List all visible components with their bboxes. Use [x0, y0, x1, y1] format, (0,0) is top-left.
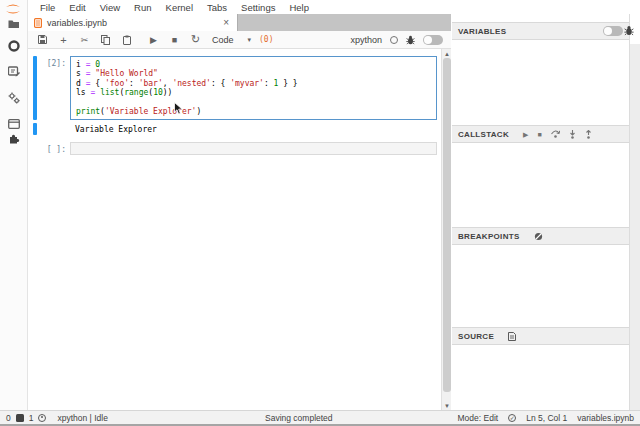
notebook-scrollbar[interactable]: ▲ ▼ — [441, 49, 451, 410]
empty-prompt: [ ]: — [37, 142, 70, 155]
statusbar-filename: variables.ipynb — [577, 413, 634, 423]
code-line: s = "Hello World" — [76, 69, 431, 78]
kernels-count: 1 — [29, 413, 34, 423]
source-panel-body — [452, 345, 629, 409]
jupyterlab-window: FileEditViewRunKernelTabsSettingsHelp — [0, 0, 640, 426]
menu-settings[interactable]: Settings — [234, 2, 282, 13]
code-editor[interactable]: i = 0s = "Hello World"d = { 'foo': 'bar'… — [70, 56, 437, 120]
code-cell-1[interactable]: [2]: i = 0s = "Hello World"d = { 'foo': … — [28, 56, 451, 120]
open-source-icon[interactable] — [508, 332, 516, 341]
menu-file[interactable]: File — [33, 2, 62, 13]
notebook-content: [2]: i = 0s = "Hello World"d = { 'foo': … — [28, 49, 451, 410]
menu-view[interactable]: View — [93, 2, 127, 13]
menu-run[interactable]: Run — [127, 2, 158, 13]
callstack-title: CALLSTACK — [458, 130, 509, 139]
tab-bar: variables.ipynb × — [28, 14, 451, 31]
code-cell-2[interactable]: [ ]: — [28, 142, 451, 155]
status-bar: 0 1 xpython | Idle Saving completed Mode… — [0, 410, 640, 426]
running-sessions-icon[interactable] — [7, 39, 21, 53]
menu-help[interactable]: Help — [282, 2, 316, 13]
close-tab-icon[interactable]: × — [221, 18, 231, 28]
menu-kernel[interactable]: Kernel — [159, 2, 200, 13]
cell-output-row: Variable Explorer — [28, 123, 451, 136]
run-icon[interactable]: ▶ — [143, 33, 164, 47]
variables-panel-body — [452, 40, 629, 125]
menu-edit[interactable]: Edit — [62, 2, 92, 13]
source-panel-header[interactable]: SOURCE — [452, 327, 629, 345]
remove-all-breakpoints-icon[interactable] — [534, 232, 543, 241]
cell-type-value: Code — [212, 35, 234, 45]
menu-bar: FileEditViewRunKernelTabsSettingsHelp — [28, 0, 640, 14]
terminate-icon[interactable]: ■ — [537, 131, 541, 138]
file-browser-icon[interactable] — [7, 17, 21, 31]
scroll-down-icon[interactable]: ▼ — [442, 401, 451, 410]
kernel-name[interactable]: xpython — [350, 35, 382, 45]
variables-view-toggle[interactable] — [603, 26, 623, 36]
code-line: d = { 'foo': 'bar', 'nested': { 'myvar':… — [76, 79, 431, 88]
extension-manager-icon[interactable] — [7, 131, 21, 145]
code-line — [76, 98, 431, 107]
mode-indicator[interactable]: Mode: Edit — [458, 413, 499, 423]
stop-icon[interactable]: ■ — [164, 33, 185, 47]
copy-cell-icon[interactable] — [95, 33, 116, 47]
menu-tabs[interactable]: Tabs — [200, 2, 234, 13]
debugger-sidebar: VARIABLES CALLSTACK ▶ ■ BREAKPOI — [452, 14, 630, 410]
chevron-down-icon: ▾ — [248, 36, 252, 44]
breakpoints-panel-header[interactable]: BREAKPOINTS — [452, 227, 629, 245]
scroll-up-icon[interactable]: ▲ — [442, 49, 451, 58]
settings-gears-icon[interactable] — [7, 91, 21, 105]
terminal-icon — [16, 414, 24, 422]
debugger-tab-bug-icon[interactable] — [624, 22, 634, 40]
cut-cell-icon[interactable]: ✂ — [74, 33, 95, 47]
source-title: SOURCE — [458, 332, 494, 341]
notebook-toolbar: + ✂ ▶ ■ ↻ Code ▾ (0) — [28, 31, 451, 49]
kernel-status-text[interactable]: xpython | Idle — [57, 413, 107, 423]
variables-title: VARIABLES — [458, 27, 506, 36]
property-inspector-icon[interactable] — [7, 64, 21, 78]
toolbar-badge: (0) — [259, 35, 273, 44]
callstack-panel-body — [452, 143, 629, 227]
tab-variables-ipynb[interactable]: variables.ipynb × — [28, 14, 238, 31]
breakpoints-panel-body — [452, 245, 629, 327]
breakpoints-title: BREAKPOINTS — [458, 232, 520, 241]
scrollbar-thumb[interactable] — [443, 58, 451, 392]
variables-panel-header[interactable]: VARIABLES — [452, 22, 629, 40]
paste-cell-icon[interactable] — [116, 33, 137, 47]
kernel-status-icon — [390, 36, 398, 44]
debugger-toggle[interactable] — [423, 35, 443, 45]
empty-code-editor[interactable] — [70, 142, 437, 155]
add-cell-icon[interactable]: + — [53, 33, 74, 47]
output-prompt-spacer — [37, 123, 70, 136]
code-line: i = 0 — [76, 60, 431, 69]
main-area: variables.ipynb × + ✂ — [28, 14, 451, 410]
callstack-panel-header[interactable]: CALLSTACK ▶ ■ — [452, 125, 629, 143]
code-line: ls = list(range(10)) — [76, 88, 431, 97]
execution-prompt: [2]: — [37, 56, 70, 120]
open-tabs-icon[interactable] — [7, 117, 21, 131]
step-out-icon[interactable] — [585, 130, 592, 139]
notebook-icon — [34, 14, 42, 32]
check-circle-icon: ✓ — [508, 414, 516, 422]
cell-type-dropdown[interactable]: Code ▾ — [212, 35, 251, 45]
kernel-icon — [38, 414, 46, 422]
restart-kernel-icon[interactable]: ↻ — [185, 33, 206, 47]
continue-icon[interactable]: ▶ — [523, 131, 528, 138]
tab-title: variables.ipynb — [47, 18, 216, 28]
save-icon[interactable] — [32, 33, 53, 47]
right-sidebar-strip — [630, 14, 640, 410]
cell-output-text: Variable Explorer — [70, 123, 451, 136]
mouse-cursor — [174, 101, 183, 119]
bug-icon[interactable] — [406, 31, 415, 49]
running-sessions-status[interactable]: 0 1 xpython | Idle — [6, 413, 108, 423]
step-over-icon[interactable] — [551, 130, 560, 138]
step-in-icon[interactable] — [569, 130, 576, 139]
terminals-count: 0 — [6, 413, 11, 423]
cursor-position[interactable]: Ln 5, Col 1 — [526, 413, 567, 423]
jupyter-logo — [3, 1, 23, 13]
saving-status: Saving completed — [265, 413, 333, 423]
code-line: print('Variable Explorer') — [76, 107, 431, 116]
left-sidebar-strip — [0, 0, 28, 410]
